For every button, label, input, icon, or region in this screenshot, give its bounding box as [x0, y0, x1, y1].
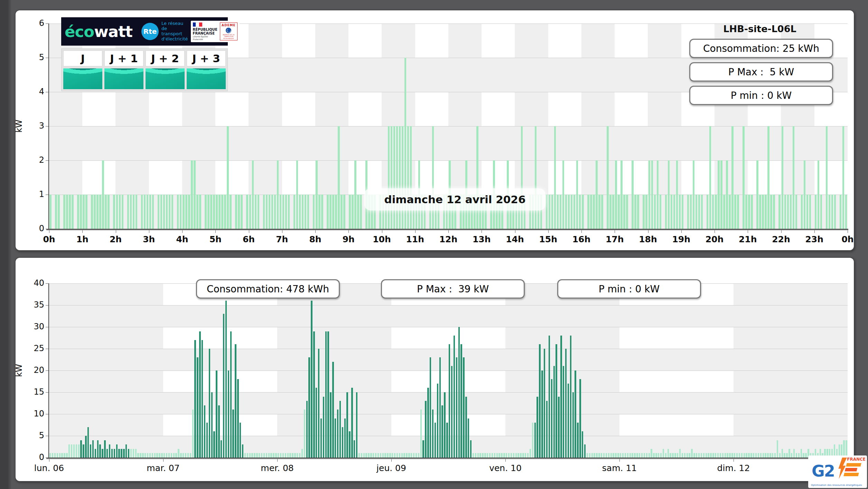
- bar: [829, 195, 831, 229]
- bar: [91, 195, 93, 229]
- day-button-j3[interactable]: J + 3: [187, 50, 226, 66]
- y-tick-label: 1: [24, 189, 44, 199]
- bar: [468, 419, 469, 458]
- rf-motto: Liberté Égalité Fraternité: [193, 35, 218, 40]
- bar: [76, 444, 77, 458]
- bar: [85, 195, 87, 229]
- bar: [335, 419, 336, 458]
- bar: [565, 349, 567, 458]
- bar: [185, 195, 187, 229]
- bar: [626, 195, 628, 229]
- bar: [227, 126, 229, 229]
- x-tick-label: 0h: [841, 234, 853, 244]
- bar: [646, 453, 647, 458]
- bar: [530, 449, 531, 458]
- bar: [230, 331, 232, 458]
- bar: [753, 453, 754, 458]
- bar: [102, 160, 104, 229]
- bar: [756, 160, 758, 229]
- bar: [763, 453, 764, 458]
- plot-background-row: [49, 392, 848, 414]
- x-tick-label: mar. 07: [147, 463, 179, 473]
- x-tick: [781, 230, 782, 233]
- bar: [541, 370, 543, 458]
- bar: [682, 453, 683, 458]
- bar: [52, 453, 53, 458]
- bar: [180, 453, 181, 458]
- bar: [325, 331, 327, 458]
- x-tick-label: 17h: [606, 234, 624, 244]
- bar: [301, 449, 303, 458]
- bar: [192, 410, 194, 458]
- bar: [408, 453, 410, 458]
- bar: [520, 453, 521, 458]
- bar: [254, 453, 255, 458]
- bar: [557, 195, 559, 229]
- bar: [274, 195, 276, 229]
- bar: [774, 453, 776, 458]
- bar: [446, 423, 448, 458]
- day-button-j2[interactable]: J + 2: [146, 50, 185, 66]
- bar: [244, 453, 246, 458]
- stat-box: P Max : 39 kW: [381, 279, 525, 299]
- bar: [177, 195, 179, 229]
- bar: [387, 453, 388, 458]
- day-button-j1[interactable]: J + 1: [104, 50, 143, 66]
- bar: [241, 195, 243, 229]
- bar: [280, 453, 281, 458]
- bar: [551, 195, 553, 229]
- bar: [722, 453, 724, 458]
- bar: [401, 453, 403, 458]
- bar: [168, 453, 170, 458]
- bar: [477, 453, 479, 458]
- bar: [159, 453, 160, 458]
- ecowatt-status-tile-j1: [104, 68, 143, 89]
- bar: [293, 195, 296, 229]
- bar: [346, 392, 348, 458]
- bar: [108, 195, 110, 229]
- bar: [266, 195, 268, 229]
- bar: [618, 195, 620, 229]
- bar: [437, 384, 438, 458]
- bar: [601, 453, 602, 458]
- y-tick: [46, 229, 48, 229]
- bar: [456, 357, 457, 458]
- bar: [718, 160, 720, 229]
- bar: [767, 453, 768, 458]
- bar: [80, 195, 82, 229]
- bar: [332, 195, 334, 229]
- bar: [187, 453, 189, 458]
- bar: [591, 453, 593, 458]
- bar: [706, 453, 707, 458]
- bar: [256, 453, 258, 458]
- bar: [454, 336, 455, 458]
- x-tick-label: 1h: [76, 234, 88, 244]
- day-button-j[interactable]: J: [63, 50, 102, 66]
- bar: [587, 453, 588, 458]
- x-tick-label: 19h: [672, 234, 690, 244]
- bar: [560, 336, 562, 458]
- bar: [673, 195, 675, 229]
- bar: [703, 453, 704, 458]
- gridline: [49, 414, 848, 414]
- y-tick: [46, 327, 48, 327]
- x-tick-label: ven. 10: [489, 463, 522, 473]
- g2e-logo-france: FRANCE: [847, 457, 866, 462]
- bar: [579, 195, 581, 229]
- bar: [668, 449, 669, 458]
- bar: [645, 195, 647, 229]
- bar: [413, 453, 414, 458]
- bar: [750, 453, 752, 458]
- bar: [508, 453, 510, 458]
- bar: [690, 195, 692, 229]
- bar: [251, 453, 253, 458]
- bar: [693, 160, 695, 229]
- bar: [228, 370, 229, 458]
- bar: [196, 195, 198, 229]
- bar: [840, 195, 842, 229]
- bar: [521, 126, 523, 229]
- gridline: [49, 327, 848, 327]
- bar: [297, 453, 298, 458]
- bar: [249, 453, 251, 458]
- daily-chart-panel: dimanche 12 avril 2026 01234560h1h2h3h4h…: [15, 10, 855, 251]
